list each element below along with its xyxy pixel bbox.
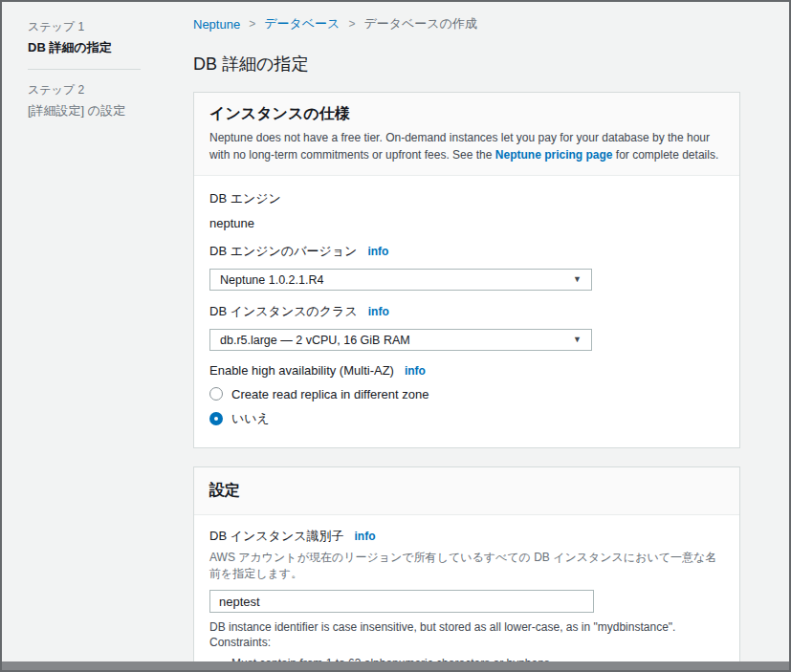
db-engine-value: neptune — [209, 216, 724, 230]
db-engine-version-info-link[interactable]: info — [367, 245, 388, 258]
chevron-down-icon: ▼ — [573, 336, 582, 344]
instance-spec-description: Neptune does not have a free tier. On-de… — [209, 129, 724, 163]
multi-az-label-row: Enable high availability (Multi-AZ) info — [209, 363, 724, 378]
instance-spec-header: インスタンスの仕様 Neptune does not have a free t… — [194, 93, 739, 176]
instance-spec-body: DB エンジン neptune DB エンジンのバージョン info Neptu… — [194, 176, 739, 447]
db-engine-field: DB エンジン neptune — [209, 190, 724, 230]
step-1-title: DB 詳細の指定 — [28, 39, 162, 56]
neptune-create-db-page: ステップ 1 DB 詳細の指定 ステップ 2 [詳細設定] の設定 Neptun… — [0, 0, 791, 672]
breadcrumb-current: データベースの作成 — [363, 15, 477, 33]
multi-az-option-no[interactable]: いいえ — [209, 410, 724, 427]
breadcrumb: Neptune > データベース > データベースの作成 — [193, 2, 740, 33]
db-engine-version-label: DB エンジンのバージョン — [209, 243, 357, 260]
db-instance-class-field: DB インスタンスのクラス info db.r5.large — 2 vCPU,… — [209, 303, 724, 351]
db-engine-label: DB エンジン — [209, 190, 724, 207]
step-2-title: [詳細設定] の設定 — [28, 102, 162, 119]
step-2-label: ステップ 2 — [28, 82, 162, 98]
db-identifier-label-row: DB インスタンス識別子 info — [209, 528, 724, 545]
db-instance-class-selected-value: db.r5.large — 2 vCPU, 16 GiB RAM — [220, 334, 410, 347]
db-identifier-input[interactable] — [209, 590, 594, 613]
db-engine-version-select[interactable]: Neptune 1.0.2.1.R4 ▼ — [209, 269, 592, 291]
db-engine-version-selected-value: Neptune 1.0.2.1.R4 — [220, 273, 323, 287]
instance-spec-title: インスタンスの仕様 — [209, 104, 724, 124]
db-engine-version-label-row: DB エンジンのバージョン info — [209, 243, 724, 260]
multi-az-label: Enable high availability (Multi-AZ) — [209, 363, 394, 378]
db-instance-class-info-link[interactable]: info — [368, 305, 389, 318]
settings-header: 設定 — [194, 467, 739, 515]
step-1: ステップ 1 DB 詳細の指定 — [28, 19, 162, 56]
db-instance-class-label: DB インスタンスのクラス — [209, 303, 358, 320]
step-1-label: ステップ 1 — [28, 19, 162, 35]
breadcrumb-databases-link[interactable]: データベース — [264, 15, 340, 33]
radio-unselected-icon[interactable] — [209, 387, 223, 401]
sidebar-divider — [28, 69, 141, 70]
step-2: ステップ 2 [詳細設定] の設定 — [28, 82, 162, 119]
db-identifier-label: DB インスタンス識別子 — [209, 528, 344, 545]
db-instance-class-select[interactable]: db.r5.large — 2 vCPU, 16 GiB RAM ▼ — [209, 329, 592, 351]
breadcrumb-separator-icon: > — [348, 17, 355, 31]
db-identifier-help-line-1: DB instance identifier is case insensiti… — [209, 619, 724, 635]
window-bottom-bar — [2, 661, 789, 670]
breadcrumb-neptune-link[interactable]: Neptune — [193, 17, 240, 32]
settings-body: DB インスタンス識別子 info AWS アカウントが現在のリージョンで所有し… — [194, 515, 739, 672]
neptune-pricing-page-link[interactable]: Neptune pricing page — [495, 148, 613, 162]
multi-az-info-link[interactable]: info — [405, 364, 426, 378]
radio-selected-icon[interactable] — [209, 412, 223, 425]
multi-az-option-replica-label: Create read replica in different zone — [231, 387, 428, 401]
multi-az-option-replica[interactable]: Create read replica in different zone — [209, 385, 724, 402]
page-title: DB 詳細の指定 — [193, 53, 740, 76]
db-identifier-description: AWS アカウントが現在のリージョンで所有しているすべての DB インスタンスに… — [209, 550, 724, 582]
db-identifier-help-line-2: Constraints: — [209, 635, 724, 650]
settings-title: 設定 — [209, 481, 724, 501]
db-engine-version-field: DB エンジンのバージョン info Neptune 1.0.2.1.R4 ▼ — [209, 243, 724, 291]
instance-spec-panel: インスタンスの仕様 Neptune does not have a free t… — [193, 92, 740, 448]
wizard-steps-sidebar: ステップ 1 DB 詳細の指定 ステップ 2 [詳細設定] の設定 — [28, 19, 162, 119]
db-instance-class-label-row: DB インスタンスのクラス info — [209, 303, 724, 320]
chevron-down-icon: ▼ — [573, 275, 582, 284]
description-text: for complete details. — [613, 148, 719, 162]
main-content: Neptune > データベース > データベースの作成 DB 詳細の指定 イン… — [193, 2, 740, 672]
settings-panel: 設定 DB インスタンス識別子 info AWS アカウントが現在のリージョンで… — [193, 466, 740, 672]
multi-az-option-no-label: いいえ — [231, 410, 270, 427]
breadcrumb-separator-icon: > — [249, 17, 255, 31]
db-identifier-info-link[interactable]: info — [355, 530, 376, 543]
multi-az-field: Enable high availability (Multi-AZ) info… — [209, 363, 724, 427]
